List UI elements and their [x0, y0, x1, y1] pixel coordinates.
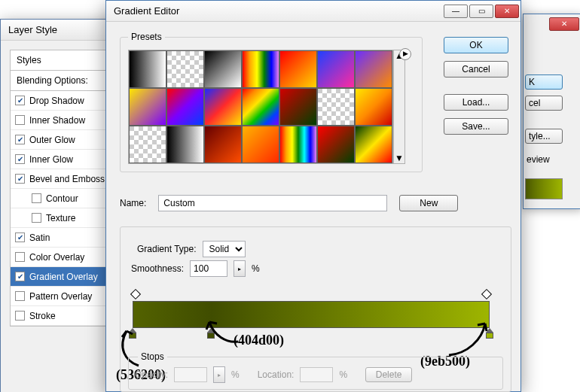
style-checkbox[interactable] [15, 174, 25, 184]
style-row-label: Stroke [29, 311, 56, 321]
style-checkbox[interactable] [15, 232, 25, 242]
opacity-stepper: ▸ [213, 366, 225, 383]
preset-swatch[interactable] [355, 50, 392, 88]
maximize-icon[interactable]: ▭ [469, 5, 493, 18]
preset-swatch[interactable] [204, 88, 242, 126]
gradient-bar[interactable] [133, 301, 490, 328]
presets-fieldset: Presets ▶ ▲▼ [120, 37, 423, 172]
preset-swatch[interactable] [129, 88, 166, 126]
style-checkbox[interactable] [15, 96, 25, 105]
preview-label-rear: eview [527, 154, 550, 165]
preset-swatch[interactable] [166, 126, 204, 163]
style-checkbox[interactable] [32, 193, 41, 203]
preset-swatch[interactable] [242, 126, 279, 163]
preset-swatch[interactable] [242, 50, 279, 88]
newstyle-button-rear[interactable]: tyle... [525, 129, 563, 144]
opacity-label: Opacity: [135, 369, 168, 380]
preset-swatch[interactable] [317, 50, 355, 88]
preset-swatch[interactable] [242, 88, 279, 126]
close-icon[interactable]: ✕ [495, 5, 519, 18]
percent-label-3: % [339, 369, 347, 380]
presets-legend: Presets [128, 32, 165, 42]
location-input [300, 367, 333, 382]
preset-swatch[interactable] [129, 50, 166, 88]
gradient-settings-fieldset: Gradient Type: Solid Smoothness: ▸ % (53… [120, 226, 511, 392]
opacity-input [174, 367, 207, 382]
preset-swatch[interactable] [166, 88, 204, 126]
style-checkbox[interactable] [15, 311, 25, 321]
stops-legend: Stops [138, 351, 167, 362]
color-stop[interactable] [128, 328, 137, 339]
presets-menu-icon[interactable]: ▶ [399, 48, 411, 60]
color-stop[interactable] [206, 328, 215, 339]
style-row-label: Contour [46, 193, 78, 204]
style-row-label: Outer Glow [29, 135, 75, 145]
style-checkbox[interactable] [15, 291, 25, 301]
cancel-button[interactable]: Cancel [444, 61, 508, 77]
preset-swatch[interactable] [317, 126, 355, 163]
name-input[interactable] [158, 195, 387, 211]
style-row-label: Inner Glow [29, 154, 73, 165]
style-row-label: Satin [29, 232, 50, 243]
style-row-label: Color Overlay [29, 252, 84, 263]
style-checkbox[interactable] [15, 154, 25, 164]
smoothness-stepper[interactable]: ▸ [234, 260, 246, 277]
location-label: Location: [258, 369, 295, 380]
style-checkbox[interactable] [15, 135, 25, 144]
percent-label: % [252, 263, 260, 274]
style-checkbox[interactable] [15, 252, 25, 262]
preview-swatch-rear [525, 178, 563, 199]
preset-swatch[interactable] [355, 88, 392, 126]
close-icon[interactable]: ✕ [549, 17, 579, 31]
style-checkbox[interactable] [32, 213, 41, 223]
style-row-label: Gradient Overlay [29, 272, 98, 282]
preset-swatch[interactable] [355, 126, 392, 163]
opacity-stop-left[interactable] [131, 290, 140, 299]
ok-button[interactable]: OK [444, 37, 508, 53]
ok-button-rear[interactable]: K [525, 74, 563, 90]
style-row-label: Inner Shadow [29, 115, 85, 126]
preset-swatch[interactable] [204, 126, 242, 163]
preset-swatch[interactable] [317, 88, 355, 126]
percent-label-2: % [231, 369, 240, 380]
cancel-button-rear[interactable]: cel [525, 96, 563, 111]
preset-swatch[interactable] [129, 126, 166, 163]
gradient-type-label: Gradient Type: [137, 244, 197, 254]
color-stop[interactable] [485, 328, 494, 339]
save-button[interactable]: Save... [444, 118, 508, 135]
name-label: Name: [120, 198, 146, 208]
style-row-label: Texture [46, 213, 75, 223]
rear-window: ✕ K cel tyle... eview [523, 14, 580, 209]
style-row-label: Drop Shadow [29, 96, 84, 106]
preset-swatch[interactable] [279, 88, 317, 126]
presets-scrollbar[interactable]: ▲▼ [393, 50, 405, 164]
preset-swatch[interactable] [166, 50, 204, 88]
preset-swatch[interactable] [279, 50, 317, 88]
load-button[interactable]: Load... [444, 94, 508, 111]
delete-button: Delete [365, 367, 412, 382]
gradient-type-select[interactable]: Solid [203, 241, 246, 257]
presets-grid [128, 50, 393, 164]
new-button[interactable]: New [399, 195, 458, 211]
style-checkbox[interactable] [15, 115, 25, 125]
preset-swatch[interactable] [279, 126, 317, 163]
style-row-label: Bevel and Emboss [29, 174, 105, 184]
smoothness-label: Smoothness: [131, 263, 184, 274]
gradient-bar-area [131, 290, 500, 343]
gradient-editor-window: Gradient Editor — ▭ ✕ OK Cancel Load... … [105, 0, 521, 392]
opacity-stop-right[interactable] [482, 290, 491, 299]
smoothness-input[interactable] [190, 260, 227, 277]
style-checkbox[interactable] [15, 272, 25, 281]
preset-swatch[interactable] [204, 50, 242, 88]
style-row-label: Pattern Overlay [29, 291, 92, 302]
minimize-icon[interactable]: — [444, 5, 468, 18]
gradient-editor-title: Gradient Editor [114, 5, 179, 17]
stops-fieldset: Stops Opacity: ▸ % Location: % Delete [128, 357, 503, 390]
